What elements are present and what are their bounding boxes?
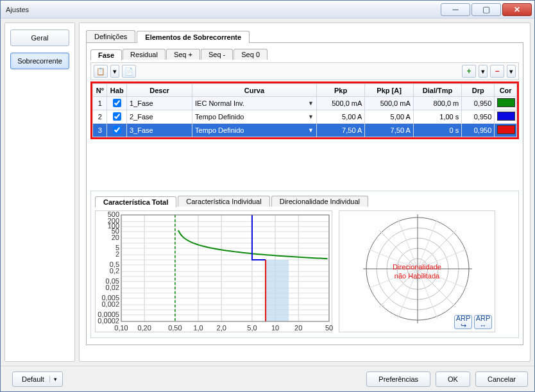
cell-hab[interactable] bbox=[107, 110, 127, 124]
th-cor[interactable]: Cor bbox=[495, 84, 517, 97]
arp-right-button[interactable]: ARP↔ bbox=[474, 315, 492, 329]
cell-descr[interactable]: 3_Fase bbox=[127, 124, 192, 137]
svg-text:500: 500 bbox=[108, 211, 119, 218]
color-swatch[interactable] bbox=[497, 112, 515, 121]
chevron-down-icon: ▼ bbox=[308, 100, 314, 107]
charts-row: 0,100,200,501,02,05,01020500,00020,00050… bbox=[95, 210, 514, 332]
color-swatch[interactable] bbox=[497, 125, 515, 134]
cell-curva[interactable]: Tempo Definido▼ bbox=[192, 110, 317, 124]
cell-pkpa[interactable]: 500,0 mA bbox=[365, 97, 413, 110]
cell-cor[interactable] bbox=[495, 97, 517, 110]
ok-button[interactable]: OK bbox=[436, 371, 470, 387]
cell-descr[interactable]: 1_Fase bbox=[127, 97, 192, 110]
table-header-row: Nº Hab Descr Curva Pkp Pkp [A] Dial/Tmp … bbox=[93, 84, 517, 97]
arp-left-button[interactable]: ARP↪ bbox=[454, 315, 472, 329]
chevron-down-icon: ▼ bbox=[308, 114, 314, 120]
tabs-level1: Definições Elementos de Sobrecorrente bbox=[86, 28, 523, 42]
svg-text:0,0005: 0,0005 bbox=[98, 311, 119, 318]
cell-pkp[interactable]: 500,0 mA bbox=[316, 97, 364, 110]
cell-dial[interactable]: 1,00 s bbox=[413, 110, 461, 124]
close-button[interactable]: ✕ bbox=[502, 3, 532, 16]
maximize-button[interactable]: ▢ bbox=[471, 3, 501, 16]
cell-hab[interactable] bbox=[107, 124, 127, 137]
cell-n[interactable]: 2 bbox=[93, 110, 107, 124]
hab-checkbox[interactable] bbox=[113, 126, 121, 134]
add-row-button[interactable]: + bbox=[462, 65, 476, 78]
svg-text:0,0002: 0,0002 bbox=[98, 317, 119, 325]
th-n[interactable]: Nº bbox=[93, 84, 107, 97]
cell-drp[interactable]: 0,950 bbox=[462, 124, 495, 137]
dialog-body: Geral Sobrecorrente Definições Elementos… bbox=[1, 19, 534, 366]
cell-n[interactable]: 1 bbox=[93, 97, 107, 110]
table-row[interactable]: 22_FaseTempo Definido▼5,00 A5,00 A1,00 s… bbox=[93, 110, 517, 124]
svg-text:10: 10 bbox=[271, 324, 279, 332]
cell-pkpa[interactable]: 7,50 A bbox=[365, 124, 413, 137]
copy-dropdown[interactable]: ▾ bbox=[110, 65, 119, 78]
th-curva[interactable]: Curva bbox=[192, 84, 317, 97]
remove-row-dropdown[interactable]: ▾ bbox=[507, 65, 516, 78]
th-descr[interactable]: Descr bbox=[127, 84, 192, 97]
cell-drp[interactable]: 0,950 bbox=[462, 97, 495, 110]
cell-n[interactable]: 3 bbox=[93, 124, 107, 137]
tab-direcionalidade-individual[interactable]: Direcionalidade Individual bbox=[271, 196, 368, 207]
th-hab[interactable]: Hab bbox=[107, 84, 127, 97]
svg-text:0,02: 0,02 bbox=[106, 284, 119, 291]
cell-dial[interactable]: 0 s bbox=[413, 124, 461, 137]
time-current-chart: 0,100,200,501,02,05,01020500,00020,00050… bbox=[95, 210, 332, 332]
tab-residual[interactable]: Residual bbox=[123, 49, 166, 60]
sidebar: Geral Sobrecorrente bbox=[4, 22, 75, 362]
tab-seqm[interactable]: Seq - bbox=[201, 49, 233, 60]
window-title: Ajustes bbox=[6, 6, 439, 13]
tab-caracteristica-total[interactable]: Característica Total bbox=[95, 196, 176, 207]
tab-seqp[interactable]: Seq + bbox=[166, 49, 200, 60]
svg-text:1,0: 1,0 bbox=[193, 324, 203, 332]
sidebar-item-geral[interactable]: Geral bbox=[10, 30, 69, 46]
svg-text:0,005: 0,005 bbox=[101, 294, 119, 302]
tab-seq0[interactable]: Seq 0 bbox=[234, 49, 268, 60]
add-row-dropdown[interactable]: ▾ bbox=[479, 65, 488, 78]
th-pkpa[interactable]: Pkp [A] bbox=[365, 84, 413, 97]
table-row[interactable]: 11_FaseIEC Normal Inv.▼500,0 mA500,0 mA8… bbox=[93, 97, 517, 110]
minimize-button[interactable]: ─ bbox=[441, 3, 470, 16]
remove-row-button[interactable]: − bbox=[490, 65, 504, 78]
th-drp[interactable]: Drp bbox=[462, 84, 495, 97]
tab-elementos[interactable]: Elementos de Sobrecorrente bbox=[137, 31, 250, 43]
cell-curva[interactable]: IEC Normal Inv.▼ bbox=[192, 97, 317, 110]
cell-curva[interactable]: Tempo Definido▼ bbox=[192, 124, 317, 137]
paste-button[interactable]: 📄 bbox=[122, 65, 136, 78]
cell-pkpa[interactable]: 5,00 A bbox=[365, 110, 413, 124]
svg-text:0,50: 0,50 bbox=[168, 324, 182, 332]
titlebar: Ajustes ─ ▢ ✕ bbox=[1, 1, 534, 19]
cell-drp[interactable]: 0,950 bbox=[462, 110, 495, 124]
svg-text:5,0: 5,0 bbox=[247, 324, 257, 332]
cell-cor[interactable] bbox=[495, 110, 517, 124]
arrow-swap-icon: ↔ bbox=[480, 322, 487, 329]
preferences-button[interactable]: Preferências bbox=[366, 371, 430, 387]
svg-rect-53 bbox=[266, 260, 289, 321]
tcc-svg: 0,100,200,501,02,05,01020500,00020,00050… bbox=[96, 211, 333, 333]
copy-button[interactable]: 📋 bbox=[94, 65, 108, 78]
cancel-button[interactable]: Cancelar bbox=[475, 371, 528, 387]
tab-definicoes[interactable]: Definições bbox=[86, 30, 135, 42]
svg-text:2,0: 2,0 bbox=[217, 324, 226, 332]
table-highlight-box: Nº Hab Descr Curva Pkp Pkp [A] Dial/Tmp … bbox=[90, 81, 519, 139]
cell-hab[interactable] bbox=[107, 97, 127, 110]
tab-caracteristica-individual[interactable]: Característica Individual bbox=[178, 196, 269, 207]
cell-descr[interactable]: 2_Fase bbox=[127, 110, 192, 124]
sidebar-item-sobrecorrente[interactable]: Sobrecorrente bbox=[10, 53, 69, 69]
cell-dial[interactable]: 800,0 m bbox=[413, 97, 461, 110]
color-swatch[interactable] bbox=[497, 98, 515, 107]
th-dial[interactable]: Dial/Tmp bbox=[413, 84, 461, 97]
th-pkp[interactable]: Pkp bbox=[316, 84, 364, 97]
cell-cor[interactable] bbox=[495, 124, 517, 137]
paste-icon: 📄 bbox=[124, 67, 133, 76]
hab-checkbox[interactable] bbox=[113, 112, 121, 121]
cell-pkp[interactable]: 5,00 A bbox=[316, 110, 364, 124]
cell-pkp[interactable]: 7,50 A bbox=[316, 124, 364, 137]
default-button[interactable]: Default▾ bbox=[12, 371, 63, 387]
hab-checkbox[interactable] bbox=[113, 99, 121, 107]
table-row[interactable]: 33_FaseTempo Definido▼7,50 A7,50 A0 s0,9… bbox=[93, 124, 517, 137]
chevron-down-icon: ▾ bbox=[509, 67, 513, 76]
svg-text:0,002: 0,002 bbox=[101, 300, 119, 308]
tab-fase[interactable]: Fase bbox=[90, 49, 122, 60]
